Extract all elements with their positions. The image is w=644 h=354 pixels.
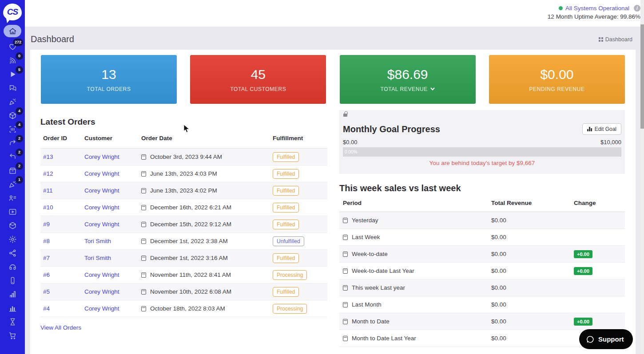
pending-revenue-card[interactable]: $0.00 PENDING REVENUE (489, 55, 625, 104)
sidebar-item-support-headset[interactable] (4, 262, 21, 271)
bar-chart-icon (587, 127, 592, 131)
revenue-value: $0.00 (491, 301, 574, 308)
calendar-icon (141, 306, 146, 311)
sidebar-item-cart[interactable] (4, 331, 21, 340)
sidebar-item-returns[interactable]: 2 (4, 152, 21, 161)
scan-badge: 4 (16, 121, 23, 129)
play-badge: 5 (16, 66, 23, 74)
order-id-link[interactable]: #9 (43, 221, 50, 228)
edit-goal-button[interactable]: Edit Goal (582, 123, 621, 135)
sidebar-item-dashboard-home[interactable] (4, 25, 21, 37)
sidebar-item-messages[interactable] (4, 83, 21, 92)
scrollbar-thumb[interactable] (640, 24, 644, 129)
page-header: Dashboard Dashboard (25, 27, 644, 51)
sidebar-item-video-library[interactable] (4, 207, 21, 216)
sidebar-item-packages[interactable] (4, 221, 21, 230)
customer-link[interactable]: Corey Wright (84, 221, 119, 228)
sidebar-item-favorites[interactable]: 272 (4, 42, 21, 51)
sidebar-item-announcements[interactable]: 1 (4, 180, 21, 189)
period-label: Yesterday (352, 217, 378, 224)
sidebar-item-inventory-scan[interactable]: 4 (4, 125, 21, 134)
user-list-icon (8, 194, 17, 202)
table-row: This week Last year $0.00 (339, 279, 625, 296)
sidebar-item-history[interactable] (4, 317, 21, 326)
sidebar-item-analytics[interactable] (4, 290, 21, 299)
table-row: #8 Tori Smith December 1st, 2022 3:38 AM… (40, 233, 327, 250)
total-revenue-card[interactable]: $86.69 TOTAL REVENUE (340, 55, 476, 104)
order-id-link[interactable]: #5 (43, 288, 50, 295)
change-badge: +0.00 (574, 250, 592, 258)
change-badge: +0.00 (574, 267, 592, 275)
order-date: December 1st, 2022 3:38 AM (150, 238, 228, 244)
sidebar-item-media-play[interactable]: 5 (4, 70, 21, 79)
total-customers-card[interactable]: 45 TOTAL CUSTOMERS (190, 55, 326, 104)
customer-link[interactable]: Corey Wright (84, 153, 119, 160)
sidebar-item-products[interactable]: 4 (4, 111, 21, 120)
customer-link[interactable]: Corey Wright (84, 305, 119, 312)
app-logo[interactable]: CS (3, 4, 22, 20)
sidebar: CS 272 0 5 4 4 (0, 0, 25, 354)
customer-link[interactable]: Tori Smith (84, 255, 111, 261)
support-button[interactable]: Support (579, 329, 633, 349)
mobile-icon (8, 276, 17, 285)
status-link[interactable]: All Systems Operational (565, 5, 629, 12)
info-icon[interactable]: i (634, 5, 640, 12)
order-id-link[interactable]: #13 (43, 153, 53, 160)
breadcrumb[interactable]: Dashboard (599, 36, 632, 43)
sidebar-item-orders-forward[interactable]: 2 (4, 138, 21, 147)
table-row: #5 Corey Wright November 10th, 2022 6:08… (40, 283, 327, 300)
uptime-label: 12 Month Uptime Average: 99.86% (548, 13, 640, 20)
calendar-icon (141, 272, 146, 278)
customer-link[interactable]: Corey Wright (84, 170, 119, 177)
system-status: All Systems Operational i 12 Month Uptim… (548, 5, 640, 20)
latest-orders-section: Latest Orders Order ID Customer Order Da… (40, 117, 327, 331)
sidebar-item-live-broadcast[interactable]: 0 (4, 56, 21, 65)
goal-max-label: $10,000 (600, 139, 621, 146)
customer-link[interactable]: Tori Smith (84, 238, 111, 244)
col-total-revenue: Total Revenue (491, 200, 574, 206)
sidebar-item-customers[interactable] (4, 193, 21, 202)
customer-link[interactable]: Corey Wright (84, 187, 119, 194)
total-customers-value: 45 (251, 67, 266, 82)
fulfillment-badge: Fulfilled (273, 186, 299, 196)
table-row: #6 Corey Wright November 11th, 2022 8:41… (40, 267, 327, 283)
calendar-icon (141, 188, 146, 193)
vertical-scrollbar[interactable] (640, 0, 644, 354)
favorites-badge: 272 (13, 39, 23, 46)
total-orders-value: 13 (101, 67, 116, 82)
customer-link[interactable]: Corey Wright (84, 288, 119, 295)
sidebar-item-archive-box[interactable]: 2 (4, 166, 21, 175)
order-id-link[interactable]: #7 (43, 255, 50, 261)
sidebar-item-settings[interactable] (4, 235, 21, 244)
products-badge: 4 (16, 107, 23, 115)
view-all-orders-link[interactable]: View All Orders (40, 324, 81, 331)
table-row: #9 Corey Wright December 15th, 2022 9:12… (40, 216, 327, 233)
chat-icon (8, 84, 17, 92)
sidebar-item-reports[interactable] (4, 303, 21, 312)
customer-link[interactable]: Corey Wright (84, 204, 119, 211)
order-date: June 13th, 2023 4:02 PM (150, 187, 217, 194)
total-orders-card[interactable]: 13 TOTAL ORDERS (41, 55, 177, 104)
order-id-link[interactable]: #8 (43, 238, 50, 244)
customer-link[interactable]: Corey Wright (84, 271, 119, 278)
order-id-link[interactable]: #10 (43, 204, 53, 211)
calendar-icon (343, 235, 348, 240)
table-row: #12 Corey Wright June 13th, 2023 4:03 PM… (40, 165, 327, 182)
order-id-link[interactable]: #4 (43, 305, 50, 312)
period-label: Week-to-date (352, 251, 388, 257)
chevron-down-icon[interactable] (430, 87, 435, 90)
sidebar-item-mobile[interactable] (4, 276, 21, 285)
order-id-link[interactable]: #11 (43, 187, 53, 194)
sidebar-item-promotions[interactable] (4, 97, 21, 106)
period-label: Month to Date (352, 318, 390, 325)
table-row: #13 Corey Wright October 3rd, 2023 9:44 … (40, 149, 327, 165)
calendar-icon (343, 285, 348, 291)
revenue-value: $0.00 (491, 335, 574, 342)
table-row: Week-to-date $0.00 +0.00 (339, 246, 625, 263)
sidebar-item-integrations[interactable] (4, 248, 21, 257)
revenue-value: $0.00 (491, 318, 574, 325)
total-customers-label: TOTAL CUSTOMERS (230, 86, 286, 92)
order-id-link[interactable]: #12 (43, 170, 53, 177)
total-orders-label: TOTAL ORDERS (87, 86, 131, 92)
order-id-link[interactable]: #6 (43, 271, 50, 278)
